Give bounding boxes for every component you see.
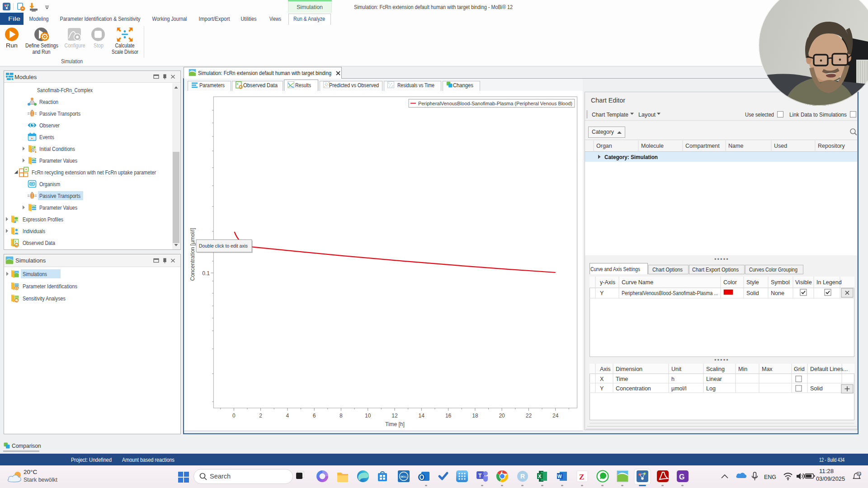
svg-text:In Legend: In Legend bbox=[816, 279, 842, 286]
svg-text:X: X bbox=[538, 474, 542, 479]
svg-text:24: 24 bbox=[552, 413, 559, 419]
svg-text:Initial Conditions: Initial Conditions bbox=[39, 146, 75, 152]
svg-text:Axis: Axis bbox=[600, 366, 611, 372]
svg-text:PV: PV bbox=[32, 205, 35, 207]
svg-text:Predicted vs Observed: Predicted vs Observed bbox=[329, 82, 379, 89]
svg-text:Curve and Axis Settings: Curve and Axis Settings bbox=[590, 266, 640, 272]
svg-text:Stop: Stop bbox=[94, 42, 104, 49]
svg-text:Compartment: Compartment bbox=[685, 143, 720, 149]
svg-text:Visible: Visible bbox=[795, 279, 812, 286]
svg-text:0: 0 bbox=[232, 413, 236, 419]
svg-text:10: 10 bbox=[365, 413, 371, 419]
svg-text:Log: Log bbox=[706, 385, 716, 392]
svg-text:Reaction: Reaction bbox=[39, 99, 58, 105]
svg-text:Observed Data: Observed Data bbox=[243, 82, 278, 89]
svg-text:11:28: 11:28 bbox=[819, 468, 834, 474]
svg-text:W: W bbox=[557, 474, 562, 479]
svg-text:Parameter Identifications: Parameter Identifications bbox=[23, 283, 77, 290]
svg-text:R: R bbox=[520, 473, 525, 480]
svg-text:Concentration [µmol/l]: Concentration [µmol/l] bbox=[189, 228, 196, 281]
svg-text:Concentration: Concentration bbox=[616, 385, 651, 392]
svg-text:6: 6 bbox=[313, 413, 316, 419]
svg-text:IC: IC bbox=[33, 146, 35, 149]
svg-text:Max: Max bbox=[762, 366, 773, 372]
svg-text:Individuals: Individuals bbox=[23, 228, 45, 235]
svg-text:Passive Transports: Passive Transports bbox=[39, 111, 80, 117]
svg-text:Modeling: Modeling bbox=[29, 15, 49, 22]
svg-text:Time [h]: Time [h] bbox=[385, 421, 405, 427]
svg-text:Views: Views bbox=[269, 15, 281, 22]
svg-text:Sensitivity Analyses: Sensitivity Analyses bbox=[23, 296, 66, 302]
svg-text:Z: Z bbox=[579, 473, 584, 481]
svg-text:None: None bbox=[771, 290, 784, 296]
svg-text:0.1: 0.1 bbox=[202, 270, 210, 277]
svg-text:Layout: Layout bbox=[638, 112, 656, 118]
svg-text:Repository: Repository bbox=[818, 143, 845, 149]
svg-text:Use selected: Use selected bbox=[745, 112, 774, 118]
svg-text:Simulation: Simulation bbox=[297, 4, 323, 10]
svg-text:Dimension: Dimension bbox=[616, 366, 642, 372]
svg-text:Observed Data: Observed Data bbox=[23, 240, 55, 246]
svg-text:File: File bbox=[8, 15, 20, 22]
svg-text:Parameter Values: Parameter Values bbox=[39, 158, 77, 164]
svg-text:Organism: Organism bbox=[39, 181, 60, 188]
svg-text:18: 18 bbox=[472, 413, 478, 419]
svg-text:Chart Options: Chart Options bbox=[652, 267, 683, 273]
svg-text:2: 2 bbox=[259, 413, 262, 419]
svg-text:Simulation: Simulation bbox=[61, 58, 83, 65]
svg-text:ENG: ENG bbox=[764, 474, 776, 480]
svg-text:Events: Events bbox=[39, 134, 54, 141]
svg-text:G: G bbox=[679, 473, 684, 481]
svg-text:Double click to edit axis: Double click to edit axis bbox=[199, 243, 248, 249]
svg-text:Time: Time bbox=[616, 376, 628, 382]
svg-text:Utilities: Utilities bbox=[241, 15, 257, 22]
svg-text:Solid: Solid bbox=[746, 290, 759, 296]
svg-text:Molecule: Molecule bbox=[641, 143, 664, 149]
svg-text:12: 12 bbox=[392, 413, 398, 419]
svg-text:Fn: Fn bbox=[858, 473, 861, 475]
svg-text:Y: Y bbox=[600, 290, 604, 296]
svg-text:12 - Build 434: 12 - Build 434 bbox=[819, 457, 844, 463]
svg-text:h: h bbox=[671, 376, 675, 382]
svg-text:PV: PV bbox=[32, 158, 35, 160]
svg-text:03/09/2025: 03/09/2025 bbox=[816, 476, 845, 482]
svg-text:µmol/l: µmol/l bbox=[671, 385, 687, 392]
svg-text:Scaling: Scaling bbox=[706, 366, 725, 372]
svg-text:Color: Color bbox=[723, 279, 737, 286]
svg-text:8: 8 bbox=[340, 413, 343, 419]
svg-text:FcRn recycling extension with: FcRn recycling extension with net FcRn u… bbox=[32, 169, 156, 176]
svg-text:Results: Results bbox=[295, 82, 311, 89]
svg-text:Calculate: Calculate bbox=[115, 42, 135, 49]
svg-text:Style: Style bbox=[746, 279, 759, 286]
svg-text:PeripheralVenousBlood-Sanofima: PeripheralVenousBlood-Sanofimab-Plasma .… bbox=[622, 290, 718, 296]
svg-text:Configure: Configure bbox=[65, 42, 85, 49]
svg-text:Chart Template: Chart Template bbox=[592, 112, 628, 118]
svg-text:Working Journal: Working Journal bbox=[152, 15, 187, 22]
svg-text:T: T bbox=[478, 473, 482, 479]
svg-text:Solid: Solid bbox=[810, 385, 823, 392]
svg-text:Chart Editor: Chart Editor bbox=[591, 97, 625, 104]
svg-text:Import/Export: Import/Export bbox=[199, 15, 230, 22]
svg-text:4: 4 bbox=[286, 413, 289, 419]
svg-text:22: 22 bbox=[526, 413, 532, 419]
svg-text:Linear: Linear bbox=[706, 376, 722, 382]
svg-text:PeripheralVenousBlood-Sanofima: PeripheralVenousBlood-Sanofimab-Plasma (… bbox=[418, 101, 572, 106]
svg-text:Organ: Organ bbox=[596, 143, 612, 149]
svg-text:x: x bbox=[236, 82, 238, 85]
svg-text:Link Data to Simulations: Link Data to Simulations bbox=[789, 112, 847, 118]
svg-text:Sanofimab-FcRn_Complex: Sanofimab-FcRn_Complex bbox=[37, 87, 93, 94]
svg-text:Simulation: FcRn extension def: Simulation: FcRn extension default human… bbox=[354, 4, 513, 10]
svg-text:y-Axis: y-Axis bbox=[600, 279, 615, 286]
svg-text:Symbol: Symbol bbox=[771, 279, 790, 286]
svg-text:Amount based reactions: Amount based reactions bbox=[122, 457, 175, 463]
svg-text:Category: Simulation: Category: Simulation bbox=[604, 154, 658, 160]
svg-text:Used: Used bbox=[774, 143, 787, 149]
svg-text:Parameters: Parameters bbox=[199, 82, 225, 89]
svg-text:20: 20 bbox=[499, 413, 505, 419]
svg-text:Observer: Observer bbox=[39, 122, 60, 129]
svg-text:Project: Undefined: Project: Undefined bbox=[71, 457, 112, 463]
svg-text:DELL: DELL bbox=[401, 475, 407, 478]
svg-text:Name: Name bbox=[728, 143, 743, 149]
svg-text:Curve Name: Curve Name bbox=[622, 279, 653, 286]
svg-text:and Run: and Run bbox=[33, 49, 51, 55]
